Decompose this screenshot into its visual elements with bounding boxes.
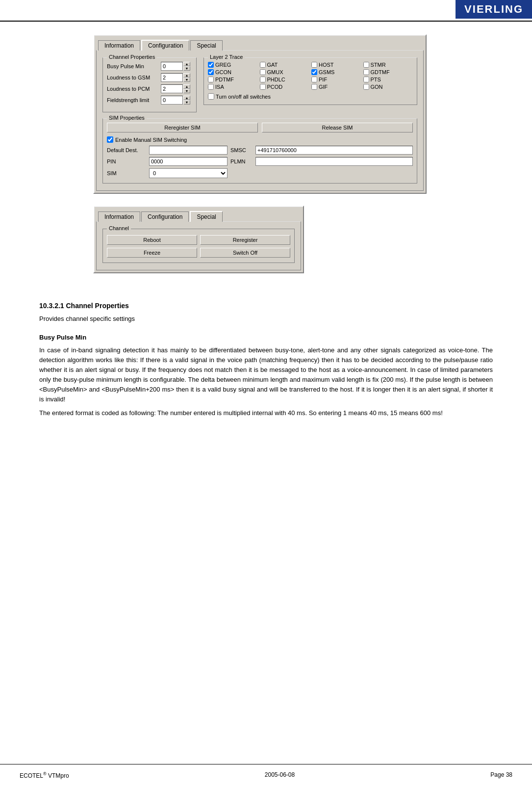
check-greg: GREG <box>208 62 258 68</box>
tab-bar-1: Information Configuration Special <box>96 37 424 50</box>
checkbox-gdtmf[interactable] <box>363 69 369 75</box>
footer-sup: ® <box>43 771 47 776</box>
loudness-gsm-input[interactable] <box>161 73 183 82</box>
tab-configuration-2[interactable]: Configuration <box>141 211 189 222</box>
spin-up-pcm[interactable]: ▲ <box>183 84 190 89</box>
sim-select-row: SIM 0 <box>107 168 413 178</box>
panel-body-1: Channel Properties Busy Pulse Min ▲ ▼ Lo… <box>96 50 424 191</box>
reboot-button[interactable]: Reboot <box>107 235 197 245</box>
checkbox-pif[interactable] <box>311 77 317 82</box>
checkbox-turn-on-all[interactable] <box>208 93 214 100</box>
checkbox-gif[interactable] <box>311 84 317 90</box>
check-gif: GIF <box>311 84 361 90</box>
spin-down-fs[interactable]: ▼ <box>183 100 190 105</box>
section-title: 10.3.2.1 Channel Properties <box>39 301 493 311</box>
switch-off-button[interactable]: Switch Off <box>200 248 290 258</box>
checkbox-pts[interactable] <box>363 77 369 82</box>
reregister-sim-button[interactable]: Reregister SIM <box>107 123 258 132</box>
channel-properties-group: Channel Properties Busy Pulse Min ▲ ▼ Lo… <box>102 57 197 112</box>
checkbox-greg[interactable] <box>208 62 214 68</box>
dialog-panel-2: Information Configuration Special Channe… <box>93 206 304 273</box>
footer-suffix: VTMpro <box>47 772 69 779</box>
section-subtitle: Provides channel specific settings <box>39 314 493 324</box>
label-isa: ISA <box>215 84 224 90</box>
loudness-gsm-label: Loudness to GSM <box>107 75 161 80</box>
layer2-trace-group: Layer 2 Trace GREG GAT <box>203 57 417 105</box>
footer-center: 2005-06-08 <box>265 771 295 779</box>
spin-down-pcm[interactable]: ▼ <box>183 89 190 93</box>
checkbox-gon[interactable] <box>363 84 369 90</box>
release-sim-button[interactable]: Release SIM <box>262 123 413 132</box>
smsc-input[interactable] <box>255 146 413 155</box>
tab-information-2[interactable]: Information <box>98 211 140 222</box>
plmn-input[interactable] <box>255 157 413 166</box>
busy-pulse-label: Busy Pulse Min <box>107 63 161 69</box>
checkbox-gsms[interactable] <box>311 69 317 75</box>
freeze-button[interactable]: Freeze <box>107 248 197 258</box>
enable-manual-checkbox[interactable] <box>107 136 113 143</box>
label-gon: GON <box>371 84 383 90</box>
footer-right: Page 38 <box>490 771 512 779</box>
spin-up-busy[interactable]: ▲ <box>183 62 190 66</box>
spin-up-gsm[interactable]: ▲ <box>183 73 190 78</box>
channel-group: Channel Reboot Reregister Freeze Switch … <box>102 229 295 263</box>
check-gon: GON <box>363 84 413 90</box>
dialog-panel-1: Information Configuration Special Channe… <box>93 34 427 194</box>
default-dest-label: Default Dest. <box>107 147 146 153</box>
label-gsms: GSMS <box>319 69 334 75</box>
checkbox-stmr[interactable] <box>363 62 369 68</box>
spin-down-busy[interactable]: ▼ <box>183 66 190 71</box>
checkbox-gat[interactable] <box>260 62 266 68</box>
tab-special-1[interactable]: Special <box>190 40 222 51</box>
check-pif: PIF <box>311 77 361 82</box>
check-pdtmf: PDTMF <box>208 77 258 82</box>
pin-input[interactable] <box>149 157 228 166</box>
check-stmr: STMR <box>363 62 413 68</box>
checkbox-pdtmf[interactable] <box>208 77 214 82</box>
label-pcod: PCOD <box>267 84 283 90</box>
channel-buttons: Reboot Reregister Freeze Switch Off <box>107 235 290 258</box>
tab-information-1[interactable]: Information <box>98 40 140 51</box>
label-host: HOST <box>319 62 334 68</box>
footer-brand: ECOTEL <box>20 772 43 779</box>
busy-pulse-input[interactable] <box>161 62 183 71</box>
layer2-trace-legend: Layer 2 Trace <box>208 54 245 60</box>
fieldstrength-spinner[interactable]: ▲ ▼ <box>183 96 190 105</box>
pin-row: PIN PLMN <box>107 157 413 166</box>
checkbox-phdlc[interactable] <box>260 77 266 82</box>
sim-dropdown[interactable]: 0 <box>149 168 228 178</box>
loudness-pcm-label: Loudness to PCM <box>107 86 161 92</box>
busy-pulse-title: Busy Pulse Min <box>39 333 493 342</box>
sim-label: SIM <box>107 170 146 176</box>
checkbox-isa[interactable] <box>208 84 214 90</box>
tab-special-2[interactable]: Special <box>190 211 222 222</box>
fieldstrength-input[interactable] <box>161 96 183 105</box>
channel-properties-col: Channel Properties Busy Pulse Min ▲ ▼ Lo… <box>101 54 199 115</box>
check-gcon: GCON <box>208 69 258 75</box>
busy-pulse-spinner[interactable]: ▲ ▼ <box>183 62 190 71</box>
panel-body-2: Channel Reboot Reregister Freeze Switch … <box>96 221 301 270</box>
layer2-trace-col: Layer 2 Trace GREG GAT <box>202 54 419 115</box>
brand-header: VIERLING <box>456 0 532 19</box>
check-pts: PTS <box>363 77 413 82</box>
checkbox-gcon[interactable] <box>208 69 214 75</box>
checkbox-gmux[interactable] <box>260 69 266 75</box>
reregister-button[interactable]: Reregister <box>200 235 290 245</box>
loudness-pcm-spinner[interactable]: ▲ ▼ <box>183 84 190 93</box>
label-phdlc: PHDLC <box>267 77 285 82</box>
loudness-gsm-row: Loudness to GSM ▲ ▼ <box>107 73 192 82</box>
spin-down-gsm[interactable]: ▼ <box>183 78 190 82</box>
checkbox-pcod[interactable] <box>260 84 266 90</box>
default-dest-input[interactable] <box>149 146 228 155</box>
fieldstrength-label: Fieldstrength limit <box>107 97 161 103</box>
default-dest-row: Default Dest. SMSC <box>107 146 413 155</box>
label-gdtmf: GDTMF <box>371 69 390 75</box>
check-gsms: GSMS <box>311 69 361 75</box>
top-divider <box>0 21 532 22</box>
spin-up-fs[interactable]: ▲ <box>183 96 190 100</box>
footer-left: ECOTEL® VTMpro <box>20 771 69 779</box>
loudness-pcm-input[interactable] <box>161 84 183 93</box>
tab-configuration-1[interactable]: Configuration <box>141 40 189 51</box>
loudness-gsm-spinner[interactable]: ▲ ▼ <box>183 73 190 82</box>
checkbox-host[interactable] <box>311 62 317 68</box>
